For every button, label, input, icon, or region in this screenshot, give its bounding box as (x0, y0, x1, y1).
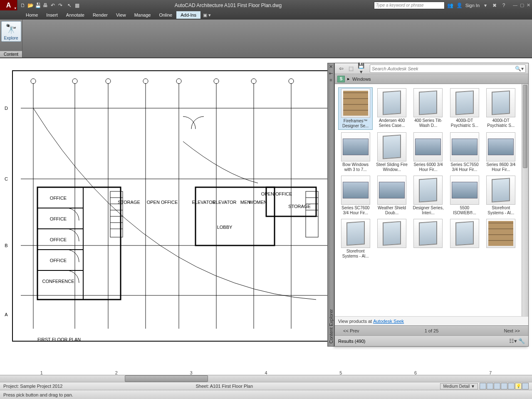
svg-point-19 (251, 79, 256, 84)
save-icon[interactable]: 💾 (34, 1, 42, 10)
back-icon[interactable]: ⇦ (337, 65, 345, 72)
binoculars-icon: 🔭 (5, 22, 18, 36)
svg-text:OFFICE: OFFICE (50, 237, 67, 242)
status-icon[interactable] (487, 383, 493, 389)
horizontal-scrollbar[interactable] (0, 375, 532, 382)
search-icon[interactable]: 🔍▾ (515, 66, 524, 72)
open-icon[interactable]: 📂 (27, 1, 34, 10)
svg-text:B: B (5, 243, 7, 248)
minimize-button[interactable]: — (513, 2, 517, 8)
svg-text:ELEVATOR: ELEVATOR (192, 200, 216, 205)
status-icon[interactable] (501, 383, 507, 389)
result-item[interactable]: Series SC7600 3/4 Hour Fir... (338, 175, 373, 216)
cursor-icon[interactable]: ↖ (66, 1, 73, 10)
thumbnail (450, 132, 479, 161)
status-icon[interactable] (508, 383, 515, 389)
settings-icon[interactable]: 🔧 (518, 338, 525, 344)
result-item[interactable]: Series 6000 3/4 Hour Fir... (411, 131, 445, 173)
menu-manage[interactable]: Manage (130, 11, 155, 19)
result-item[interactable]: Storefront Systems - Al... (338, 218, 373, 260)
seek-link-bar: View products at Autodesk Seek (335, 316, 528, 325)
panel-breadcrumb[interactable]: S ▸ Windows (335, 74, 528, 84)
properties-icon[interactable]: ▦ (73, 1, 81, 10)
svg-text:OFFICE: OFFICE (50, 196, 67, 201)
result-item[interactable] (374, 218, 409, 260)
menu-render[interactable]: Render (89, 11, 112, 19)
status-icon[interactable]: 💡 (515, 383, 522, 389)
menu-addins[interactable]: Add-Ins (176, 11, 200, 19)
app-menu-button[interactable]: A (0, 0, 17, 10)
result-item[interactable] (411, 218, 445, 260)
result-item[interactable]: Designer Series, Interi... (411, 175, 445, 216)
result-item[interactable]: 4000i-DT Psychiatric S... (484, 87, 518, 130)
menu-extra-icon[interactable]: ▣ ▾ (203, 12, 211, 18)
ribbon-panel-content: 🔭 Explore Content (0, 20, 22, 57)
result-item[interactable] (484, 218, 518, 260)
detail-level-dropdown[interactable]: Medium Detail ▼ (440, 383, 478, 389)
help-search-input[interactable]: Type a keyword or phrase (374, 2, 445, 9)
pagination-bar: << Prev 1 of 25 Next >> (335, 325, 528, 335)
result-label: Designer Series, Interi... (412, 206, 444, 216)
thumbnail (341, 176, 370, 205)
result-item[interactable]: Andersen 400 Series Case... (374, 87, 409, 130)
print-icon[interactable]: 🖶 (42, 1, 49, 10)
scroll-thumb[interactable] (125, 375, 208, 382)
scroll-thumb[interactable] (523, 85, 527, 168)
signin-button[interactable]: Sign In (465, 3, 480, 8)
result-item[interactable]: Series SC7650 3/4 Hour Fir... (447, 131, 482, 173)
explore-button[interactable]: 🔭 Explore (1, 21, 21, 42)
redo-icon[interactable]: ↷ (57, 1, 64, 10)
ribbon: 🔭 Explore Content (0, 20, 532, 58)
search-icon[interactable]: 👥 (447, 2, 454, 8)
prev-button[interactable]: << Prev (343, 328, 359, 333)
svg-point-16 (143, 79, 148, 84)
vertical-scrollbar[interactable] (522, 84, 528, 316)
menu-icon[interactable]: ≡ (329, 77, 332, 82)
result-item[interactable]: Steel Sliding Fire Window... (374, 131, 409, 173)
svg-point-18 (214, 79, 219, 84)
panel-grip[interactable]: ✕ ⇤ ≡ Content Explorer (327, 63, 334, 347)
chevron-right-icon: ▸ (347, 76, 350, 82)
sheet-label: Sheet: A101 First Floor Plan (195, 384, 253, 389)
undo-icon[interactable]: ↶ (49, 1, 57, 10)
help-icon[interactable]: ? (500, 2, 507, 8)
result-item[interactable]: Series 8600 3/4 Hour Fir... (484, 131, 518, 173)
result-item[interactable]: Storefront Systems - Al... (484, 175, 518, 216)
window-title: AutoCAD Architecture A101 First Floor Pl… (82, 2, 374, 8)
status-icon[interactable] (494, 383, 500, 389)
close-icon[interactable]: ✕ (329, 64, 333, 69)
up-icon[interactable]: ⬚ (347, 65, 355, 72)
save-icon[interactable]: 💾▾ (357, 62, 365, 75)
seek-search-input[interactable] (372, 66, 515, 71)
next-button[interactable]: Next >> (504, 328, 520, 333)
result-item[interactable]: Bow Windows with 3 to 7... (338, 131, 373, 173)
title-bar: A 🗋 📂 💾 🖶 ↶ ↷ ↖ ▦ AutoCAD Architecture A… (0, 0, 532, 10)
thumbnail (341, 219, 370, 248)
menu-insert[interactable]: Insert (42, 11, 62, 19)
status-icon[interactable] (480, 383, 486, 389)
pin-icon[interactable]: ⇤ (329, 71, 333, 76)
result-item[interactable]: 5500 ISOWEB®... (447, 175, 482, 216)
result-item[interactable]: 4000i-DT Psychiatric S... (447, 87, 482, 130)
view-mode-icon[interactable]: ☷▾ (509, 338, 517, 344)
exchange-icon[interactable]: ✖ (491, 2, 498, 8)
menu-home[interactable]: Home (22, 11, 42, 19)
svg-text:D: D (5, 106, 8, 111)
status-icon[interactable] (522, 383, 529, 389)
close-button[interactable]: ✕ (527, 2, 530, 8)
result-item[interactable]: Weather Shield Doub... (374, 175, 409, 216)
thumbnail (413, 176, 443, 205)
autodesk-seek-link[interactable]: Autodesk Seek (373, 319, 404, 324)
chevron-down-icon[interactable]: ▾ (482, 2, 489, 8)
menu-view[interactable]: View (112, 11, 130, 19)
menu-online[interactable]: Online (155, 11, 176, 19)
result-item[interactable]: 400 Series Tilt-Wash D... (411, 87, 445, 130)
menu-annotate[interactable]: Annotate (62, 11, 89, 19)
ribbon-panel-title: Content (0, 51, 22, 57)
result-item[interactable] (447, 218, 482, 260)
result-item[interactable]: Fireframes™ Designer Se... (338, 87, 373, 130)
results-grid: Fireframes™ Designer Se...Andersen 400 S… (335, 84, 522, 316)
command-hint: Press pick button and drag to pan. (3, 392, 73, 397)
new-icon[interactable]: 🗋 (19, 1, 27, 10)
maximize-button[interactable]: ▢ (520, 2, 524, 8)
